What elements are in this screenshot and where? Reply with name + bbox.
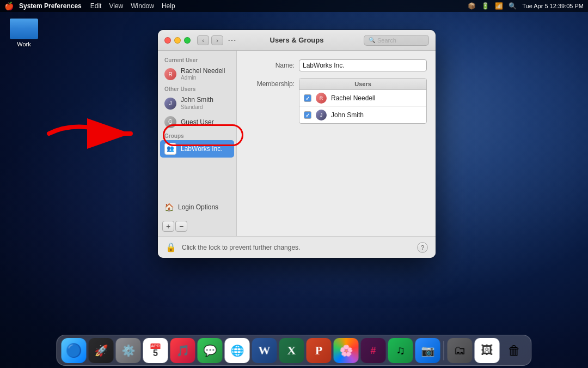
rachel-member-name: Rachel Needell bbox=[331, 94, 375, 102]
window-body: Current User R Rachel Needell Admin Othe… bbox=[158, 51, 436, 236]
search-bar[interactable]: 🔍 Search bbox=[364, 35, 429, 46]
current-user-name: Rachel Needell bbox=[181, 67, 225, 75]
guest-avatar: G bbox=[164, 116, 176, 128]
dock-item-spotify[interactable]: ♫ bbox=[388, 338, 413, 363]
dock-item-finder[interactable]: 🔵 bbox=[62, 338, 87, 363]
help-button[interactable]: ? bbox=[417, 242, 428, 253]
rachel-checkbox[interactable] bbox=[304, 94, 311, 102]
member-row-rachel[interactable]: R Rachel Needell bbox=[299, 90, 426, 107]
dock-item-zoom[interactable]: 📷 bbox=[415, 338, 440, 363]
dock-item-trash[interactable]: 🗑 bbox=[502, 338, 527, 363]
lock-icon[interactable]: 🔒 bbox=[166, 242, 176, 252]
name-input[interactable] bbox=[299, 59, 427, 71]
dock-item-music[interactable]: 🎵 bbox=[170, 338, 195, 363]
menu-view[interactable]: View bbox=[109, 2, 123, 10]
close-button[interactable] bbox=[164, 37, 171, 44]
current-user-section-label: Current User bbox=[158, 55, 236, 64]
membership-label: Membership: bbox=[246, 78, 295, 88]
john-member-name: John Smith bbox=[331, 111, 364, 119]
dock: 🔵 🚀 ⚙️ APR 5 🎵 💬 🌐 W X P 🌸 # ♫ 📷 🗂 🖼 🗑 bbox=[57, 335, 532, 366]
sidebar-item-john-smith[interactable]: J John Smith Standard bbox=[158, 93, 236, 113]
other-users-section-label: Other Users bbox=[158, 84, 236, 93]
dock-item-slack[interactable]: # bbox=[361, 338, 386, 363]
dock-item-preview[interactable]: 🖼 bbox=[475, 338, 500, 363]
labworks-name: LabWorks Inc. bbox=[181, 145, 222, 153]
menu-window[interactable]: Window bbox=[131, 2, 154, 10]
login-options[interactable]: 🏠 Login Options bbox=[162, 200, 232, 214]
current-user-role: Admin bbox=[181, 75, 225, 81]
main-content: Name: Membership: Users R Rachel Needell bbox=[237, 51, 436, 236]
window-footer: 🔒 Click the lock to prevent further chan… bbox=[158, 236, 436, 258]
john-member-avatar: J bbox=[316, 110, 327, 120]
forward-button[interactable]: › bbox=[211, 35, 223, 45]
dock-item-excel[interactable]: X bbox=[279, 338, 304, 363]
remove-button[interactable]: − bbox=[175, 221, 187, 232]
dock-item-calendar[interactable]: APR 5 bbox=[143, 338, 168, 363]
battery-icon: 🔋 bbox=[481, 2, 489, 10]
sidebar-item-labworks[interactable]: 👥 LabWorks Inc. bbox=[160, 140, 234, 158]
apple-menu[interactable]: 🍎 bbox=[4, 2, 14, 10]
menubar-right: 📦 🔋 📶 🔍 Tue Apr 5 12:39:05 PM bbox=[468, 2, 584, 10]
membership-table: Users R Rachel Needell J John Smith bbox=[299, 78, 427, 124]
window-title: Users & Groups bbox=[270, 36, 324, 44]
dock-item-files[interactable]: 🗂 bbox=[448, 338, 473, 363]
dock-item-photos[interactable]: 🌸 bbox=[334, 338, 359, 363]
titlebar: ‹ › ⋯ Users & Groups 🔍 Search bbox=[158, 30, 436, 51]
maximize-button[interactable] bbox=[184, 37, 191, 44]
john-smith-name: John Smith bbox=[181, 96, 213, 104]
clock: Tue Apr 5 12:39:05 PM bbox=[522, 3, 584, 9]
member-row-john[interactable]: J John Smith bbox=[299, 107, 426, 123]
menu-help[interactable]: Help bbox=[162, 2, 175, 10]
users-groups-window: ‹ › ⋯ Users & Groups 🔍 Search Current Us… bbox=[158, 30, 436, 258]
groups-section-label: Groups bbox=[158, 131, 236, 140]
annotation-arrow bbox=[44, 114, 152, 155]
back-button[interactable]: ‹ bbox=[197, 35, 209, 45]
add-button[interactable]: + bbox=[162, 221, 174, 232]
wifi-icon: 📶 bbox=[495, 2, 503, 10]
sidebar-current-user[interactable]: R Rachel Needell Admin bbox=[158, 64, 236, 84]
search-placeholder: Search bbox=[377, 37, 396, 44]
john-smith-avatar: J bbox=[164, 98, 176, 110]
grid-button[interactable]: ⋯ bbox=[228, 35, 236, 45]
search-icon: 🔍 bbox=[369, 37, 375, 43]
menubar: 🍎 System Preferences Edit View Window He… bbox=[0, 0, 588, 12]
dock-divider bbox=[444, 341, 444, 360]
membership-section: Membership: Users R Rachel Needell J bbox=[246, 78, 427, 227]
nav-buttons: ‹ › bbox=[197, 35, 223, 45]
john-smith-role: Standard bbox=[181, 104, 213, 111]
sidebar-add-remove: + − bbox=[158, 219, 236, 236]
rachel-member-avatar: R bbox=[316, 93, 327, 104]
login-options-label: Login Options bbox=[178, 203, 218, 211]
sidebar-bottom: 🏠 Login Options bbox=[158, 196, 236, 219]
sidebar: Current User R Rachel Needell Admin Othe… bbox=[158, 51, 237, 236]
dock-item-sysprefs[interactable]: ⚙️ bbox=[116, 338, 141, 363]
dock-item-messages[interactable]: 💬 bbox=[198, 338, 223, 363]
desktop-folder-work[interactable]: Work bbox=[4, 15, 44, 47]
name-label: Name: bbox=[246, 62, 295, 69]
minimize-button[interactable] bbox=[174, 37, 181, 44]
menu-edit[interactable]: Edit bbox=[90, 2, 102, 10]
dock-item-word[interactable]: W bbox=[252, 338, 277, 363]
dock-item-launchpad[interactable]: 🚀 bbox=[89, 338, 114, 363]
folder-icon bbox=[10, 15, 38, 39]
dock-item-ppt[interactable]: P bbox=[307, 338, 332, 363]
traffic-lights bbox=[164, 37, 191, 44]
guest-name: Guest User bbox=[181, 118, 214, 126]
users-column-header: Users bbox=[299, 79, 426, 90]
app-title[interactable]: System Preferences bbox=[19, 2, 82, 10]
desktop: 🍎 System Preferences Edit View Window He… bbox=[0, 0, 588, 368]
dropbox-icon: 📦 bbox=[468, 2, 476, 10]
folder-label: Work bbox=[17, 41, 30, 47]
labworks-avatar: 👥 bbox=[164, 143, 176, 155]
john-checkbox[interactable] bbox=[304, 111, 311, 119]
lock-text: Click the lock to prevent further change… bbox=[182, 244, 300, 251]
dock-item-chrome[interactable]: 🌐 bbox=[225, 338, 250, 363]
login-icon: 🏠 bbox=[164, 203, 174, 212]
sidebar-item-guest[interactable]: G Guest User bbox=[158, 113, 236, 131]
membership-label-row: Membership: Users R Rachel Needell J bbox=[246, 78, 427, 124]
current-user-avatar: R bbox=[164, 68, 176, 80]
name-field-row: Name: bbox=[246, 59, 427, 71]
search-menubar-icon[interactable]: 🔍 bbox=[509, 2, 517, 10]
